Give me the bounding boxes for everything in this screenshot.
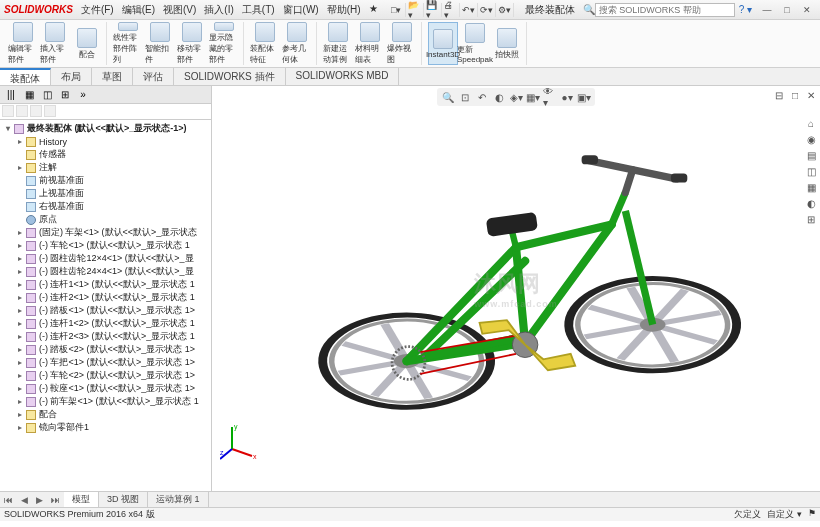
tab-nav-next[interactable]: ▶ (32, 495, 47, 505)
graphics-viewport[interactable]: 🔍 ⊡ ↶ ◐ ◈▾ ▦▾ 👁▾ ●▾ ▣▾ ⊟ □ ✕ ⌂ ◉ ▤ ◫ ▦ ◐… (212, 86, 820, 491)
rebuild-icon[interactable]: ⟳▾ (480, 3, 496, 17)
tree-node[interactable]: ▸(-) 车轮<1> (默认<<默认>_显示状态 1 (2, 239, 209, 252)
zoom-fit-icon[interactable]: 🔍 (441, 90, 455, 104)
vp-close-icon[interactable]: ✕ (804, 88, 818, 102)
unit-system[interactable]: 自定义 ▾ (767, 508, 802, 521)
more-icon[interactable]: » (76, 88, 90, 102)
maximize-button[interactable]: □ (778, 3, 796, 17)
scene-icon[interactable]: ▣▾ (577, 90, 591, 104)
help-icon[interactable]: ? ▾ (739, 4, 752, 15)
move-component-button[interactable]: 移动零部件 (177, 22, 207, 65)
tree-node[interactable]: ▸(固定) 车架<1> (默认<<默认>_显示状态 (2, 226, 209, 239)
linear-pattern-button[interactable]: 线性零部件阵列 (113, 22, 143, 65)
tree-node[interactable]: ▸(-) 踏板<1> (默认<<默认>_显示状态 1> (2, 304, 209, 317)
assembly-features-button[interactable]: 装配体特征 (250, 22, 280, 65)
menu-tools[interactable]: 工具(T) (242, 3, 275, 17)
view-orient-icon[interactable]: ◈▾ (509, 90, 523, 104)
print-icon[interactable]: 🖨▾ (444, 3, 460, 17)
vp-min-icon[interactable]: ⊟ (772, 88, 786, 102)
svg-rect-33 (582, 155, 598, 164)
tree-node[interactable]: ▸(-) 鞍座<1> (默认<<默认>_显示状态 1> (2, 382, 209, 395)
tree-node[interactable]: 原点 (2, 213, 209, 226)
mate-button[interactable]: 配合 (72, 22, 102, 65)
tab-model[interactable]: 模型 (64, 492, 99, 507)
menu-help[interactable]: 帮助(H) (327, 3, 361, 17)
tree-node[interactable]: ▸配合 (2, 408, 209, 421)
hide-show-icon[interactable]: 👁▾ (543, 90, 557, 104)
tab-evaluate[interactable]: 评估 (133, 68, 174, 85)
edit-component-button[interactable]: 编辑零部件 (8, 22, 38, 65)
search-icon: 🔍 (583, 4, 595, 15)
tree-root[interactable]: ▾最终装配体 (默认<<默认>_显示状态-1>) (2, 122, 209, 135)
view-triad[interactable]: x y z (220, 421, 260, 461)
show-hidden-button[interactable]: 显示隐藏的零部件 (209, 22, 239, 65)
save-icon[interactable]: 💾▾ (426, 3, 442, 17)
tab-sketch[interactable]: 草图 (92, 68, 133, 85)
motion-study-button[interactable]: 新建运动算例 (323, 22, 353, 65)
tree-node[interactable]: ▸(-) 圆柱齿轮24×4<1> (默认<<默认>_显 (2, 265, 209, 278)
tree-node[interactable]: ▸(-) 车轮<2> (默认<<默认>_显示状态 1> (2, 369, 209, 382)
tree-node[interactable]: 传感器 (2, 148, 209, 161)
appearance-icon[interactable]: ●▾ (560, 90, 574, 104)
tree-node[interactable]: 上视基准面 (2, 187, 209, 200)
tab-motion[interactable]: 运动算例 1 (148, 492, 209, 507)
menu-view[interactable]: 视图(V) (163, 3, 196, 17)
speedpak-button[interactable]: 更新Speedpak (460, 22, 490, 65)
tree-node[interactable]: ▸(-) 前车架<1> (默认<<默认>_显示状态 1 (2, 395, 209, 408)
status-flag-icon[interactable]: ⚑ (808, 508, 816, 521)
config-manager-icon[interactable]: ◫ (40, 88, 54, 102)
constraint-status: 欠定义 (734, 508, 761, 521)
app-logo: SOLIDWORKS (4, 4, 73, 15)
tab-addins[interactable]: SOLIDWORKS 插件 (174, 68, 286, 85)
tree-node[interactable]: ▸(-) 踏板<2> (默认<<默认>_显示状态 1> (2, 343, 209, 356)
new-icon[interactable]: □▾ (390, 3, 406, 17)
open-icon[interactable]: 📂▾ (408, 3, 424, 17)
tab-layout[interactable]: 布局 (51, 68, 92, 85)
exploded-view-button[interactable]: 爆炸视图 (387, 22, 417, 65)
display-style-icon[interactable]: ▦▾ (526, 90, 540, 104)
tab-nav-prev[interactable]: ◀ (17, 495, 32, 505)
window-buttons: — □ ✕ (758, 3, 816, 17)
tree-node[interactable]: ▸(-) 圆柱齿轮12×4<1> (默认<<默认>_显 (2, 252, 209, 265)
undo-icon[interactable]: ↶▾ (462, 3, 478, 17)
vp-max-icon[interactable]: □ (788, 88, 802, 102)
tab-assembly[interactable]: 装配体 (0, 68, 51, 85)
tab-nav-last[interactable]: ⏭ (47, 495, 64, 505)
menu-window[interactable]: 窗口(W) (283, 3, 319, 17)
minimize-button[interactable]: — (758, 3, 776, 17)
feature-tree[interactable]: ▾最终装配体 (默认<<默认>_显示状态-1>) ▸History传感器▸注解前… (0, 120, 211, 491)
tree-node[interactable]: ▸注解 (2, 161, 209, 174)
zoom-area-icon[interactable]: ⊡ (458, 90, 472, 104)
menu-insert[interactable]: 插入(I) (204, 3, 233, 17)
tree-node[interactable]: 前视基准面 (2, 174, 209, 187)
tree-node[interactable]: ▸(-) 连杆2<3> (默认<<默认>_显示状态 1 (2, 330, 209, 343)
insert-component-button[interactable]: 插入零部件 (40, 22, 70, 65)
options-icon[interactable]: ⚙▾ (498, 3, 514, 17)
tree-node[interactable]: ▸(-) 连杆2<1> (默认<<默认>_显示状态 1 (2, 291, 209, 304)
tab-3dview[interactable]: 3D 视图 (99, 492, 148, 507)
tree-node[interactable]: ▸History (2, 135, 209, 148)
prev-view-icon[interactable]: ↶ (475, 90, 489, 104)
smart-fasteners-button[interactable]: 智能扣件 (145, 22, 175, 65)
section-icon[interactable]: ◐ (492, 90, 506, 104)
close-button[interactable]: ✕ (798, 3, 816, 17)
search-input[interactable] (595, 3, 735, 17)
tree-node[interactable]: ▸(-) 车把<1> (默认<<默认>_显示状态 1> (2, 356, 209, 369)
bom-button[interactable]: 材料明细表 (355, 22, 385, 65)
instant3d-button[interactable]: Instant3D (428, 22, 458, 65)
menu-pin-icon[interactable]: ★ (369, 3, 378, 17)
dimxpert-icon[interactable]: ⊞ (58, 88, 72, 102)
snapshot-button[interactable]: 拍快照 (492, 22, 522, 65)
tab-nav-first[interactable]: ⏮ (0, 495, 17, 505)
svg-line-29 (612, 193, 626, 225)
tree-node[interactable]: 右视基准面 (2, 200, 209, 213)
tab-mbd[interactable]: SOLIDWORKS MBD (286, 68, 400, 85)
property-manager-icon[interactable]: ▦ (22, 88, 36, 102)
tree-node[interactable]: ▸镜向零部件1 (2, 421, 209, 434)
menu-file[interactable]: 文件(F) (81, 3, 114, 17)
menu-edit[interactable]: 编辑(E) (122, 3, 155, 17)
ref-geometry-button[interactable]: 参考几何体 (282, 22, 312, 65)
tree-node[interactable]: ▸(-) 连杆1<1> (默认<<默认>_显示状态 1 (2, 278, 209, 291)
tree-node[interactable]: ▸(-) 连杆1<2> (默认<<默认>_显示状态 1 (2, 317, 209, 330)
feature-tree-icon[interactable]: ||| (4, 88, 18, 102)
